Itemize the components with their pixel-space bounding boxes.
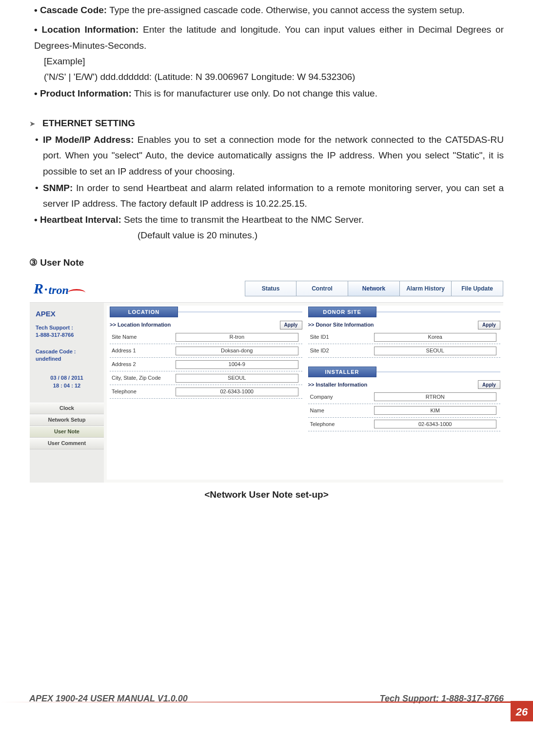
product-info-label: • Product Information: [34,88,132,98]
inst-telephone-label: Telephone [308,420,374,429]
sidebar-tech-phone: 1-888-317-8766 [36,331,98,339]
tab-alarm-history[interactable]: Alarm History [400,281,452,296]
sidebar-cascade-label: Cascade Code : [36,348,98,355]
donor-siteid1-label: Site ID1 [308,332,374,342]
cascade-code-label: • Cascade Code: [34,5,107,15]
example-label: [Example] [29,54,504,69]
product-info-text: This is for manufacturer use only. Do no… [132,88,377,98]
sidebar-item-user-comment[interactable]: User Comment [30,438,104,449]
donor-siteid1-input[interactable]: Korea [374,333,497,342]
donor-siteid2-label: Site ID2 [308,346,374,355]
sidebar-time: 18 : 04 : 12 [36,382,98,390]
loc-city-label: City, State, Zip Code [110,373,176,383]
loc-address1-label: Address 1 [110,346,176,355]
ethernet-heading: ➤ ETHERNET SETTING [29,116,504,131]
page-number: 26 [511,701,533,721]
snmp-text: In order to send Heartbeat and alarm rel… [43,183,504,209]
inst-name-label: Name [308,406,374,415]
loc-telephone-input[interactable]: 02-6343-1000 [176,388,298,396]
loc-telephone-label: Telephone [110,387,176,396]
loc-address2-input[interactable]: 1004-9 [176,360,298,369]
donor-apply-button[interactable]: Apply [478,321,500,330]
bullet-icon: • [35,180,43,212]
location-panel: LOCATION >> Location Information Apply S… [107,306,305,480]
ipmode-label: IP Mode/IP Address: [43,135,134,145]
location-header: LOCATION [110,307,178,317]
sidebar-item-clock[interactable]: Clock [30,403,104,414]
location-info-para: • Location Information: Enter the latitu… [29,22,504,54]
sidebar-item-network-setup[interactable]: Network Setup [30,414,104,426]
cascade-code-para: • Cascade Code: Type the pre-assigned ca… [29,2,504,18]
location-apply-button[interactable]: Apply [280,321,302,330]
tab-status[interactable]: Status [245,281,296,296]
loc-sitename-label: Site Name [110,332,176,342]
donor-subheader: >> Donor Site Information [308,320,374,330]
installer-apply-button[interactable]: Apply [478,380,500,389]
location-info-label: • Location Information: [34,24,138,35]
right-panels: DONOR SITE >> Donor Site Information App… [305,306,504,480]
ipmode-para: • IP Mode/IP Address: Enables you to set… [29,132,504,179]
donor-siteid2-input[interactable]: SEOUL [374,347,497,355]
snmp-label: SNMP: [43,183,73,193]
cascade-code-text: Type the pre-assigned cascade code. Othe… [107,5,465,15]
heartbeat-default: (Default value is 20 minutes.) [29,228,504,243]
inst-company-label: Company [308,392,374,402]
sidebar: APEX Tech Support : 1-888-317-8766 Casca… [30,303,104,483]
tab-control[interactable]: Control [296,281,348,296]
sidebar-cascade-value: undefined [36,355,98,363]
heartbeat-text: Sets the time to transmit the Heartbeat … [121,214,364,225]
sidebar-date: 03 / 08 / 2011 [36,374,98,382]
inst-company-input[interactable]: RTRON [374,392,497,401]
logo-swoosh-icon [70,287,87,297]
snmp-para: • SNMP: In order to send Heartbeat and a… [29,180,504,212]
sidebar-brand: APEX [30,303,104,322]
example-text: ('N/S' | 'E/W') ddd.dddddd: (Latitude: N… [29,69,504,85]
donor-header: DONOR SITE [308,307,376,317]
inst-telephone-input[interactable]: 02-6343-1000 [374,420,497,428]
bullet-icon: • [35,132,43,179]
tab-network[interactable]: Network [348,281,400,296]
screenshot-user-note: R·tron Status Control Network Alarm Hist… [29,274,504,483]
loc-address1-input[interactable]: Doksan-dong [176,347,298,355]
loc-city-input[interactable]: SEOUL [176,374,298,383]
screenshot-caption: <Network User Note set-up> [29,487,504,503]
sidebar-cascade: Cascade Code : undefined [30,346,104,365]
heartbeat-label: • Heartbeat Interval: [34,214,121,225]
sidebar-tech-label: Tech Support : [36,324,98,331]
heartbeat-para: • Heartbeat Interval: Sets the time to t… [29,212,504,228]
user-note-title: ③ User Note [29,255,504,271]
installer-subheader: >> Installer Information [308,380,368,389]
loc-address2-label: Address 2 [110,360,176,369]
ethernet-title: ETHERNET SETTING [42,116,135,131]
rtron-logo: R·tron [30,280,87,297]
sidebar-tech-support: Tech Support : 1-888-317-8766 [30,322,104,341]
loc-sitename-input[interactable]: R-tron [176,333,298,342]
tab-file-update[interactable]: File Update [452,281,503,296]
top-tabs: Status Control Network Alarm History Fil… [245,281,503,296]
sidebar-item-user-note[interactable]: User Note [30,426,104,438]
installer-header: INSTALLER [308,367,376,377]
arrow-icon: ➤ [29,117,36,130]
product-info-para: • Product Information: This is for manuf… [29,86,504,101]
location-subheader: >> Location Information [110,320,171,330]
inst-name-input[interactable]: KIM [374,406,497,415]
sidebar-datetime: 03 / 08 / 2011 18 : 04 : 12 [30,365,104,392]
